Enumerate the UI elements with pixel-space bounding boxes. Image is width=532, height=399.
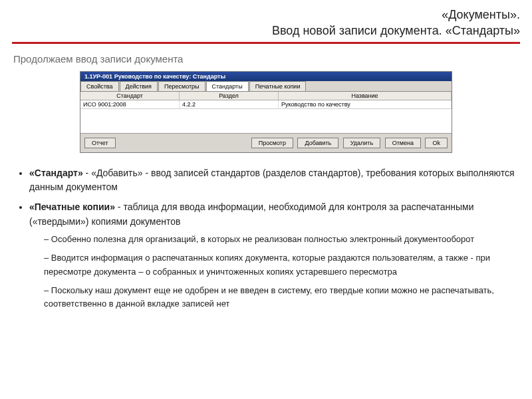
tab-revisions[interactable]: Пересмотры xyxy=(158,81,205,91)
title-line1: «Документы». xyxy=(442,8,520,21)
sub-bullet: Поскольку наш документ еще не одобрен и … xyxy=(44,284,517,311)
bullet-text: - «Добавить» - ввод записей стандартов (… xyxy=(29,168,515,193)
bullet-list: «Стандарт» - «Добавить» - ввод записей с… xyxy=(29,166,517,311)
report-button[interactable]: Отчет xyxy=(84,138,116,148)
tab-properties[interactable]: Свойства xyxy=(80,81,119,91)
dialog-titlebar: 1.1УР-001 Руководство по качеству: Станд… xyxy=(80,72,452,81)
bullet-standard: «Стандарт» - «Добавить» - ввод записей с… xyxy=(29,166,517,195)
cancel-button[interactable]: Отмена xyxy=(385,138,421,148)
dialog-screenshot: 1.1УР-001 Руководство по качеству: Станд… xyxy=(80,71,452,153)
sub-bullet-list: Особенно полезна для организаций, в кото… xyxy=(44,233,517,311)
ok-button[interactable]: Ok xyxy=(425,138,448,148)
grid-header: Стандарт Раздел Название xyxy=(80,92,452,100)
dialog-footer: Отчет Просмотр Добавить Удалить Отмена O… xyxy=(80,133,452,152)
title-rule xyxy=(12,42,520,44)
page-title: «Документы». Ввод новой записи документа… xyxy=(12,7,520,39)
view-button[interactable]: Просмотр xyxy=(251,138,293,148)
bullet-printcopies: «Печатные копии» - таблица для ввода инф… xyxy=(29,200,517,311)
title-line2: Ввод новой записи документа. «Стандарты» xyxy=(272,24,520,37)
tab-printcopies[interactable]: Печатные копии xyxy=(249,81,307,91)
add-button[interactable]: Добавить xyxy=(297,138,338,148)
sub-caption: Продолжаем ввод записи документа xyxy=(13,53,520,65)
table-row[interactable]: ИСО 9001:2008 4.2.2 Руководство по качес… xyxy=(80,100,452,109)
dialog-window: 1.1УР-001 Руководство по качеству: Станд… xyxy=(80,71,452,153)
cell-name: Руководство по качеству xyxy=(279,100,452,108)
col-section: Раздел xyxy=(180,92,279,100)
cell-section: 4.2.2 xyxy=(180,100,279,108)
footer-right: Просмотр Добавить Удалить Отмена Ok xyxy=(251,138,448,148)
cell-standard: ИСО 9001:2008 xyxy=(80,100,180,108)
col-standard: Стандарт xyxy=(80,92,180,100)
sub-bullet: Особенно полезна для организаций, в кото… xyxy=(44,233,517,246)
tab-actions[interactable]: Действия xyxy=(120,81,158,91)
footer-left: Отчет xyxy=(84,138,116,148)
grid-empty-area xyxy=(80,109,452,133)
bullet-bold: «Стандарт» xyxy=(29,168,83,178)
col-name: Название xyxy=(279,92,452,100)
sub-bullet: Вводится информация о распечатанных копи… xyxy=(44,251,517,278)
dialog-tabs: Свойства Действия Пересмотры Стандарты П… xyxy=(80,81,452,92)
slide: «Документы». Ввод новой записи документа… xyxy=(0,0,532,399)
tab-standards[interactable]: Стандарты xyxy=(206,81,249,91)
bullet-bold: «Печатные копии» xyxy=(29,201,115,212)
delete-button[interactable]: Удалить xyxy=(343,138,380,148)
